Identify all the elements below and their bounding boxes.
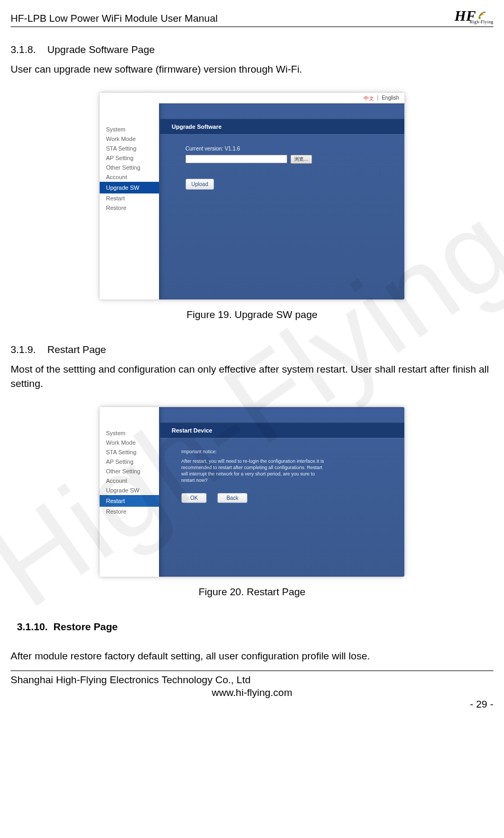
section-319-title: Restart Page	[47, 344, 106, 355]
section-319-text: Most of the settting and configuration c…	[11, 362, 493, 391]
nav-ap-setting-2[interactable]: AP Setting	[100, 457, 159, 466]
browse-button[interactable]: 浏览…	[290, 155, 312, 164]
page-number: - 29 -	[470, 699, 493, 710]
lang-separator: |	[377, 95, 379, 102]
panel-title: Upgrade Software	[160, 119, 404, 134]
page-footer: Shanghai High-Flying Electronics Technol…	[11, 671, 493, 699]
figure-19-caption: Figure 19. Upgrade SW page	[11, 309, 493, 321]
section-318-num: 3.1.8.	[11, 44, 45, 56]
nav-upgrade-sw[interactable]: Upgrade SW	[100, 182, 159, 193]
logo: HF High-Flying	[454, 7, 493, 24]
nav-sta-setting[interactable]: STA Setting	[100, 144, 159, 153]
nav-account[interactable]: Account	[100, 172, 159, 182]
sidebar-nav-2: System Work Mode STA Setting AP Setting …	[100, 407, 159, 577]
main-panel: Upgrade Software Current version: V1.1.6…	[159, 103, 404, 299]
svg-point-0	[479, 17, 481, 19]
section-318-title: Upgrade Software Page	[47, 44, 155, 55]
back-button[interactable]: Back	[217, 493, 247, 503]
nav-other-setting-2[interactable]: Other Setting	[100, 466, 159, 476]
footer-company: Shanghai High-Flying Electronics Technol…	[11, 674, 493, 686]
nav-restore-2[interactable]: Restore	[100, 507, 159, 516]
notice-title: Important notice:	[181, 448, 324, 455]
upload-button[interactable]: Upload	[185, 179, 214, 190]
section-3110-title: Restore Page	[54, 621, 118, 632]
section-3110-text: After module restore factory default set…	[11, 649, 493, 664]
logo-subtext: High-Flying	[470, 20, 493, 24]
lang-cn-link[interactable]: 中文	[364, 95, 374, 102]
lang-en-link[interactable]: English	[382, 95, 399, 102]
nav-upgrade-sw-2[interactable]: Upgrade SW	[100, 486, 159, 495]
notice-body: After restart, you will need to re-login…	[181, 458, 324, 483]
nav-system[interactable]: System	[100, 125, 159, 134]
version-label: Current version: V1.1.6	[185, 146, 393, 152]
section-3110-heading: 3.1.10. Restore Page	[17, 621, 493, 633]
figure-20: System Work Mode STA Setting AP Setting …	[100, 407, 404, 577]
footer-url: www.hi-flying.com	[11, 687, 493, 699]
nav-work-mode-2[interactable]: Work Mode	[100, 438, 159, 447]
main-panel-2: Restart Device Important notice: After r…	[159, 407, 404, 577]
ok-button[interactable]: OK	[181, 493, 207, 503]
nav-sta-setting-2[interactable]: STA Setting	[100, 447, 159, 457]
nav-restart[interactable]: Restart	[100, 193, 159, 203]
nav-work-mode[interactable]: Work Mode	[100, 134, 159, 144]
lang-switch: 中文 | English	[100, 93, 404, 103]
doc-title: HF-LPB Low Power WiFi Module User Manual	[11, 13, 218, 24]
figure-19: 中文 | English System Work Mode STA Settin…	[100, 93, 404, 299]
nav-ap-setting[interactable]: AP Setting	[100, 153, 159, 163]
nav-system-2[interactable]: System	[100, 428, 159, 438]
section-318-text: User can upgrade new software (firmware)…	[11, 62, 493, 77]
nav-restore[interactable]: Restore	[100, 203, 159, 213]
figure-20-caption: Figure 20. Restart Page	[11, 586, 493, 598]
nav-other-setting[interactable]: Other Setting	[100, 163, 159, 172]
section-318-heading: 3.1.8. Upgrade Software Page	[11, 44, 493, 56]
panel-title-2: Restart Device	[160, 423, 404, 438]
section-3110-num: 3.1.10.	[17, 621, 48, 632]
file-path-input[interactable]	[185, 155, 287, 163]
page-header: HF-LPB Low Power WiFi Module User Manual…	[11, 0, 493, 27]
section-319-heading: 3.1.9. Restart Page	[11, 344, 493, 356]
nav-account-2[interactable]: Account	[100, 476, 159, 486]
section-319-num: 3.1.9.	[11, 344, 45, 356]
nav-restart-2[interactable]: Restart	[100, 495, 159, 507]
sidebar-nav: System Work Mode STA Setting AP Setting …	[100, 103, 159, 299]
